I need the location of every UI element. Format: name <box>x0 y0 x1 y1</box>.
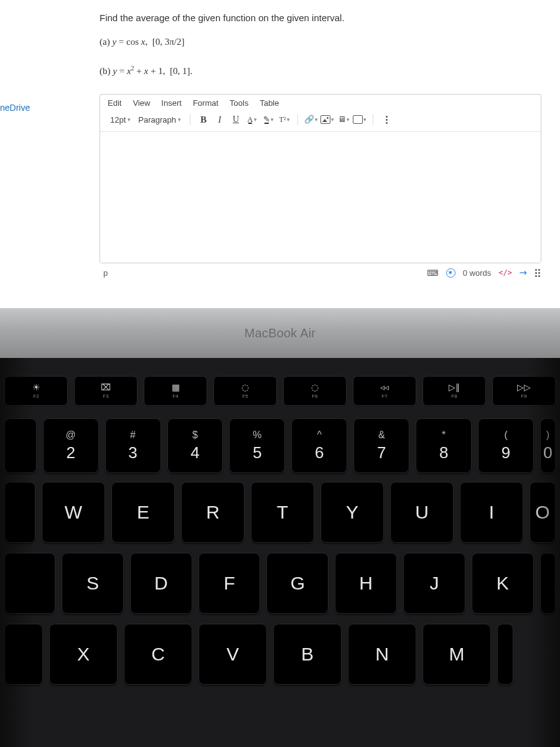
key-k[interactable]: K <box>472 553 533 613</box>
key-partial-left[interactable] <box>5 482 35 542</box>
key-o[interactable]: O <box>530 482 555 542</box>
key-9[interactable]: (9 <box>478 419 533 472</box>
font-size-select[interactable]: 12pt ▾ <box>108 115 133 125</box>
media-button[interactable]: 🖥 ▾ <box>337 113 350 126</box>
more-tools-button[interactable] <box>380 113 393 126</box>
key-u[interactable]: U <box>391 482 453 542</box>
question-area: Find the average of the given function o… <box>50 0 560 308</box>
key-r[interactable]: R <box>182 482 244 542</box>
link-button[interactable]: 🔗 ▾ <box>304 113 318 126</box>
fn-label: F2 <box>33 393 39 399</box>
accessibility-icon[interactable]: ✶ <box>446 268 455 278</box>
menu-edit[interactable]: Edit <box>108 98 121 108</box>
question-part-a: (a) y = cos x, [0, 3π/2] <box>100 37 541 47</box>
editor-textarea[interactable] <box>100 132 541 263</box>
key-j[interactable]: J <box>404 553 465 613</box>
key-h[interactable]: H <box>335 553 396 613</box>
key-partial-left[interactable] <box>5 419 36 472</box>
menu-format[interactable]: Format <box>193 98 218 108</box>
key-x[interactable]: X <box>50 624 117 684</box>
fn-key-f8[interactable]: ▷∥F8 <box>423 377 485 405</box>
key-b[interactable]: B <box>274 624 341 684</box>
key-main-label: 2 <box>66 443 75 463</box>
element-path[interactable]: p <box>101 268 108 278</box>
key-shift-label: # <box>130 430 136 441</box>
key-6[interactable]: ^6 <box>292 419 347 472</box>
key-c[interactable]: C <box>124 624 192 684</box>
key-5[interactable]: %5 <box>230 419 284 472</box>
fn-label: F3 <box>103 393 108 399</box>
fn-key-f6[interactable]: ◌F6 <box>284 377 346 405</box>
chevron-down-icon: ▾ <box>331 116 334 123</box>
fn-key-f5[interactable]: ◌F5 <box>214 377 276 405</box>
key-f[interactable]: F <box>199 553 260 613</box>
fn-key-f2[interactable]: ☀F2 <box>5 377 67 405</box>
key-partial-right[interactable] <box>541 553 555 613</box>
fn-key-f3[interactable]: ⌧F3 <box>75 377 137 405</box>
document-button[interactable]: ▾ <box>353 113 366 126</box>
key-i[interactable]: I <box>460 482 523 542</box>
key-t[interactable]: T <box>251 482 314 542</box>
key-4[interactable]: $4 <box>168 419 223 472</box>
resize-handle-icon[interactable] <box>535 269 540 277</box>
link-icon: 🔗 <box>304 115 314 125</box>
html-view-button[interactable]: </> <box>498 268 512 277</box>
fn-label: F7 <box>381 393 387 399</box>
fullscreen-icon[interactable]: ↗ <box>517 266 531 280</box>
key-n[interactable]: N <box>348 624 416 684</box>
image-button[interactable]: ▾ <box>320 113 334 126</box>
fn-symbol: ☀ <box>32 383 40 392</box>
laptop-brand-label: MacBook Air <box>245 326 315 341</box>
key-y[interactable]: Y <box>321 482 383 542</box>
key-shift-label: ) <box>546 430 549 441</box>
block-format-select[interactable]: Paragraph ▾ <box>136 115 184 125</box>
text-color-icon: A <box>247 115 253 125</box>
superscript-button[interactable]: T² ▾ <box>278 113 291 126</box>
chevron-down-icon: ▾ <box>363 116 366 123</box>
key-m[interactable]: M <box>423 624 490 684</box>
key-3[interactable]: #3 <box>106 419 161 472</box>
menu-insert[interactable]: Insert <box>161 98 182 108</box>
key-0[interactable]: )0 <box>541 419 555 472</box>
italic-button[interactable]: I <box>213 113 226 126</box>
menu-tools[interactable]: Tools <box>230 98 248 108</box>
underline-button[interactable]: U <box>229 113 243 126</box>
key-partial-left[interactable] <box>5 553 55 613</box>
highlight-button[interactable]: ✎ ▾ <box>261 113 275 126</box>
key-e[interactable]: E <box>112 482 174 542</box>
highlight-icon: ✎ <box>263 115 270 125</box>
media-icon: 🖥 <box>338 115 346 125</box>
bold-button[interactable]: B <box>197 113 210 126</box>
menu-table[interactable]: Table <box>259 98 279 108</box>
fn-key-f9[interactable]: ▷▷F9 <box>493 377 555 405</box>
keyboard-icon[interactable]: ⌨ <box>427 268 439 278</box>
fn-key-f4[interactable]: ▦F4 <box>144 377 207 405</box>
key-main-label: 4 <box>190 443 199 463</box>
key-partial-right[interactable] <box>498 624 513 684</box>
key-main-label: 9 <box>502 443 510 463</box>
key-s[interactable]: S <box>62 553 123 613</box>
fn-symbol: ▷▷ <box>517 383 531 392</box>
key-d[interactable]: D <box>131 553 192 613</box>
font-size-label: 12pt <box>110 115 126 125</box>
key-g[interactable]: G <box>267 553 328 613</box>
toolbar-separator <box>373 114 373 125</box>
key-2[interactable]: @2 <box>44 419 98 472</box>
key-7[interactable]: &7 <box>354 419 409 472</box>
keyboard-deck: ☀F2⌧F3▦F4◌F5◌F6◃◃F7▷∥F8▷▷F9 @2#3$4%5^6&7… <box>0 358 560 747</box>
fn-label: F8 <box>451 393 457 399</box>
key-8[interactable]: *8 <box>416 419 471 472</box>
superscript-icon: T² <box>279 115 286 125</box>
key-w[interactable]: W <box>42 482 105 542</box>
key-v[interactable]: V <box>199 624 266 684</box>
key-shift-label: % <box>253 430 261 441</box>
fn-label: F5 <box>242 393 248 399</box>
text-color-button[interactable]: A ▾ <box>245 113 259 126</box>
editor-toolbar: 12pt ▾ Paragraph ▾ B I U A ▾ ✎ ▾ <box>100 110 541 132</box>
letter-row-3: XCVBNM <box>0 624 560 695</box>
toolbar-separator <box>297 114 298 125</box>
key-partial-left[interactable] <box>5 624 42 684</box>
menu-view[interactable]: View <box>133 98 150 108</box>
fn-key-f7[interactable]: ◃◃F7 <box>353 377 416 405</box>
onedrive-link[interactable]: neDrive <box>0 103 50 113</box>
